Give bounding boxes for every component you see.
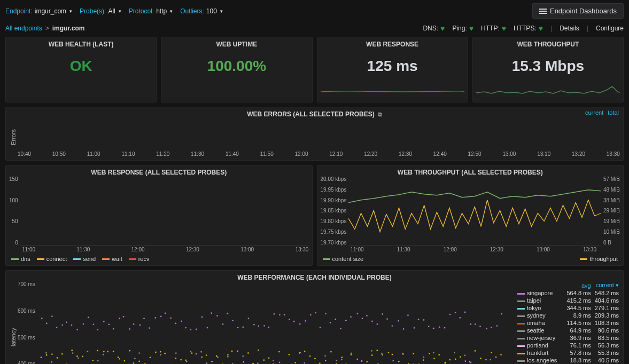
panel-web-errors[interactable]: WEB ERRORS (ALL SELECTED PROBES) ⧉ curre… [5, 107, 624, 161]
heart-icon: ♥ [539, 24, 543, 33]
legend-row[interactable]: los-angeles18.8 ms40.5 ms [516, 357, 620, 364]
svg-point-67 [386, 318, 388, 320]
panel-web-throughput-chart[interactable]: WEB THROUGHPUT (ALL SELECTED PROBES) 20.… [317, 165, 624, 266]
status-ping[interactable]: Ping:♥ [452, 24, 473, 33]
svg-point-53 [315, 312, 316, 314]
legend-item-recv[interactable]: recv [129, 256, 150, 262]
svg-point-325 [324, 355, 326, 357]
svg-point-159 [398, 361, 400, 362]
svg-point-79 [449, 314, 451, 315]
svg-point-281 [97, 360, 99, 362]
panel-title: WEB PERFORMANCE (EACH INDIVIDUAL PROBE) [237, 274, 391, 281]
svg-point-38 [237, 327, 239, 328]
legend-item-wait[interactable]: wait [102, 256, 122, 262]
svg-point-49 [293, 321, 295, 322]
filter-probes[interactable]: Probe(s): All ▾ [80, 7, 121, 15]
legend-item-throughput[interactable]: throughput [580, 256, 618, 262]
status-https[interactable]: HTTPS:♥ [514, 24, 543, 33]
svg-point-68 [391, 325, 393, 327]
panel-web-performance[interactable]: WEB PERFORMANCE (EACH INDIVIDUAL PROBE) … [5, 270, 624, 364]
svg-point-142 [309, 355, 310, 357]
filter-endpoint[interactable]: Endpoint: imgur_com ▾ [5, 7, 72, 15]
legend-row[interactable]: frankfurt57.8 ms55.3 ms [516, 349, 620, 357]
svg-point-118 [185, 359, 187, 361]
svg-point-23 [160, 316, 162, 318]
filter-protocol-label: Protocol: [129, 7, 154, 15]
svg-point-293 [160, 354, 161, 355]
legend-item-send[interactable]: send [73, 256, 96, 262]
svg-point-132 [258, 350, 259, 351]
svg-point-126 [227, 354, 229, 356]
legend-row[interactable]: singapore564.8 ms548.2 ms [516, 289, 620, 297]
status-dns[interactable]: DNS:♥ [423, 24, 445, 33]
panel-web-response[interactable]: WEB RESPONSE 125 ms [317, 37, 468, 102]
y-axis-right: 57 MiB48 MiB38 MiB29 MiB19 MiB10 MiB0 B [601, 176, 620, 246]
svg-point-102 [103, 351, 105, 353]
panel-title: WEB HEALTH (LAST) [9, 41, 153, 48]
legend-row[interactable]: omaha114.5 ms108.3 ms [516, 319, 620, 327]
legend-row[interactable]: sydney8.9 ms209.3 ms [516, 312, 620, 319]
filter-probes-label: Probe(s): [80, 7, 106, 15]
legend-row[interactable]: new-jersey36.9 ms63.5 ms [516, 334, 620, 342]
filter-protocol[interactable]: Protocol: http ▾ [129, 7, 173, 15]
svg-point-304 [217, 357, 219, 358]
panel-web-health[interactable]: WEB HEALTH (LAST) OK [5, 37, 157, 102]
svg-point-148 [341, 357, 343, 358]
toggle-total[interactable]: total [608, 109, 619, 116]
svg-point-139 [294, 362, 296, 363]
external-link-icon[interactable]: ⧉ [378, 111, 382, 118]
svg-point-306 [227, 356, 229, 358]
svg-point-296 [175, 352, 177, 354]
stat-value: OK [9, 50, 153, 84]
svg-point-17 [129, 328, 130, 330]
legend-row[interactable]: taipei415.2 ms404.6 ms [516, 297, 620, 304]
legend-item-dns[interactable]: dns [11, 256, 30, 262]
svg-point-106 [123, 360, 125, 362]
svg-point-75 [428, 326, 430, 327]
svg-point-12 [103, 321, 105, 322]
errors-chart [18, 118, 620, 150]
filter-endpoint-value: imgur_com [35, 7, 66, 15]
svg-point-350 [454, 352, 455, 353]
panel-web-response-chart[interactable]: WEB RESPONSE (ALL SELECTED PROBES) 15010… [5, 165, 313, 266]
panel-web-uptime[interactable]: WEB UPTIME 100.00% [161, 37, 312, 102]
legend-head-current[interactable]: current ▾ [592, 281, 620, 289]
svg-point-133 [263, 359, 265, 361]
svg-point-298 [186, 361, 188, 362]
legend-row[interactable]: seattle64.9 ms90.6 ms [516, 327, 620, 334]
details-link[interactable]: Details [560, 25, 579, 32]
panel-web-throughput[interactable]: WEB THROUGHPUT 15.3 Mbps [472, 37, 624, 102]
configure-link[interactable]: Configure [596, 25, 624, 32]
svg-point-153 [366, 361, 368, 363]
legend-row[interactable]: portland76.1 ms56.3 ms [516, 342, 620, 349]
dashboards-button[interactable]: Endpoint Dashboards [532, 3, 624, 19]
legend-row[interactable]: tokyo344.5 ms279.1 ms [516, 304, 620, 312]
panel-title: WEB UPTIME [165, 41, 308, 48]
svg-point-35 [222, 323, 223, 325]
toggle-current[interactable]: current [585, 109, 603, 116]
legend-item-content[interactable]: content size [323, 256, 364, 262]
filter-outliers[interactable]: Outliers: 100 ▾ [180, 7, 223, 15]
panel-title: WEB RESPONSE (ALL SELECTED PROBES) [91, 169, 227, 176]
status-indicators: DNS:♥ Ping:♥ HTTP:♥ HTTPS:♥ | Details | … [423, 24, 624, 33]
legend-head-avg[interactable]: avg [564, 281, 592, 289]
svg-point-47 [284, 314, 285, 315]
breadcrumb-parent[interactable]: All endpoints [5, 25, 42, 32]
svg-point-24 [165, 313, 166, 314]
svg-point-15 [119, 318, 120, 319]
svg-point-91 [46, 354, 48, 356]
svg-point-289 [138, 352, 140, 354]
status-http[interactable]: HTTP:♥ [481, 24, 506, 33]
legend-item-connect[interactable]: connect [37, 256, 67, 262]
svg-point-41 [253, 324, 255, 326]
svg-point-121 [201, 357, 203, 358]
x-axis: 11:0011:3012:0012:3013:0013:30 [9, 246, 309, 252]
svg-point-70 [403, 328, 405, 330]
svg-point-2 [51, 315, 53, 317]
svg-point-340 [402, 353, 404, 355]
svg-point-22 [154, 317, 156, 319]
svg-point-320 [299, 352, 301, 353]
response-plot [20, 176, 309, 246]
svg-point-29 [190, 329, 191, 330]
svg-point-177 [491, 352, 492, 353]
